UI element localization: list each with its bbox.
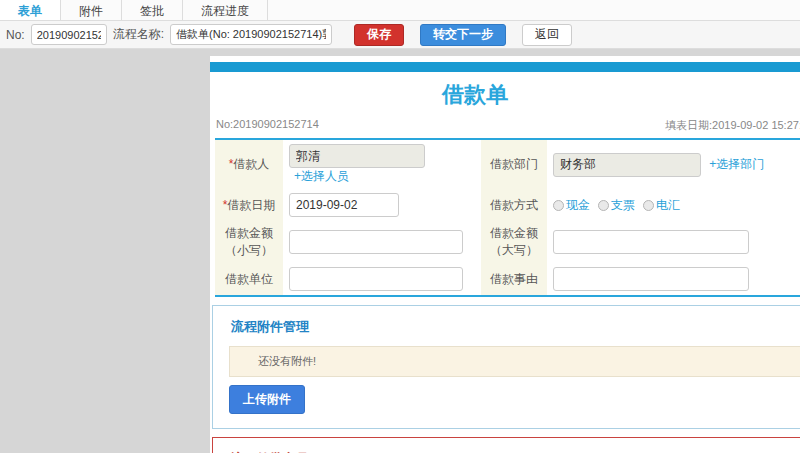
method-label-cell: 借款方式 (481, 189, 547, 221)
borrower-label-cell: *借款人 (215, 139, 283, 189)
reason-input[interactable] (553, 267, 749, 291)
table-row: *借款人 +选择人员 借款部门 +选择部门 (215, 139, 800, 189)
back-button[interactable]: 返回 (522, 24, 572, 46)
radio-wire-transfer-label: 电汇 (656, 197, 680, 214)
reason-label: 借款事由 (490, 272, 538, 286)
action-bar: No: 流程名称: 保存 转交下一步 返回 (0, 21, 800, 49)
radio-icon[interactable] (553, 200, 564, 211)
form-panel: 借款单 No:20190902152714 填表日期:2019-09-02 15… (210, 56, 800, 453)
forward-next-step-button[interactable]: 转交下一步 (420, 24, 506, 46)
process-name-input[interactable] (170, 24, 332, 45)
department-label-cell: 借款部门 (481, 139, 547, 189)
tab-approval[interactable]: 签批 (122, 0, 183, 20)
approval-section: 流程签批意见 B I abc ✎ ∞ ∞ ⚑ (212, 437, 800, 453)
amount-big-label-cell: 借款金额（大写） (481, 221, 547, 263)
process-name-label: 流程名称: (113, 26, 164, 43)
select-department-link[interactable]: +选择部门 (709, 157, 764, 171)
table-row: *借款日期 借款方式 现金 支票 (215, 189, 800, 221)
table-row: 借款金额（小写） 借款金额（大写） (215, 221, 800, 263)
select-person-link[interactable]: +选择人员 (294, 169, 349, 183)
upload-attachment-button[interactable]: 上传附件 (229, 385, 305, 414)
radio-wire-transfer[interactable]: 电汇 (643, 197, 680, 214)
tab-bar: 表单 附件 签批 流程进度 (0, 0, 800, 21)
attachment-heading: 流程附件管理 (213, 306, 800, 346)
approval-heading: 流程签批意见 (213, 438, 800, 453)
borrower-input[interactable] (289, 144, 425, 168)
amount-small-label: 借款金额（小写） (225, 226, 273, 257)
no-input[interactable] (31, 24, 107, 45)
reason-label-cell: 借款事由 (481, 263, 547, 296)
doc-number: No:20190902152714 (216, 118, 319, 130)
borrow-date-label: 借款日期 (227, 198, 275, 212)
amount-small-label-cell: 借款金额（小写） (215, 221, 283, 263)
borrow-date-label-cell: *借款日期 (215, 189, 283, 221)
tab-form[interactable]: 表单 (0, 0, 61, 20)
amount-small-input[interactable] (289, 230, 463, 254)
save-button[interactable]: 保存 (354, 24, 404, 46)
department-label: 借款部门 (490, 157, 538, 171)
meta-row: No:20190902152714 填表日期:2019-09-02 15:27:… (210, 116, 800, 134)
doc-title-wrap: 借款单 (210, 80, 740, 110)
attachment-section: 流程附件管理 还没有附件! 上传附件 (212, 305, 800, 429)
unit-label-cell: 借款单位 (215, 263, 283, 296)
tab-process-progress[interactable]: 流程进度 (183, 0, 268, 20)
radio-cheque[interactable]: 支票 (598, 197, 635, 214)
radio-cash-label: 现金 (566, 197, 590, 214)
loan-form-table: *借款人 +选择人员 借款部门 +选择部门 *借款日期 借款方式 (215, 138, 800, 297)
fill-date: 填表日期:2019-09-02 15:27:1 (665, 118, 800, 133)
radio-icon[interactable] (643, 200, 654, 211)
radio-icon[interactable] (598, 200, 609, 211)
borrow-date-input[interactable] (289, 193, 399, 217)
no-label: No: (6, 28, 25, 42)
unit-input[interactable] (289, 267, 463, 291)
no-attachment-notice: 还没有附件! (229, 346, 800, 377)
amount-big-input[interactable] (553, 230, 749, 254)
method-label: 借款方式 (490, 198, 538, 212)
header-strip (210, 62, 800, 72)
radio-cheque-label: 支票 (611, 197, 635, 214)
amount-big-label: 借款金额（大写） (490, 226, 538, 257)
payment-method-group: 现金 支票 电汇 (553, 197, 800, 214)
unit-label: 借款单位 (225, 272, 273, 286)
tab-attachment[interactable]: 附件 (61, 0, 122, 20)
page-title: 借款单 (442, 82, 508, 107)
department-input[interactable] (553, 153, 701, 177)
radio-cash[interactable]: 现金 (553, 197, 590, 214)
table-row: 借款单位 借款事由 (215, 263, 800, 296)
borrower-label: 借款人 (233, 157, 269, 171)
